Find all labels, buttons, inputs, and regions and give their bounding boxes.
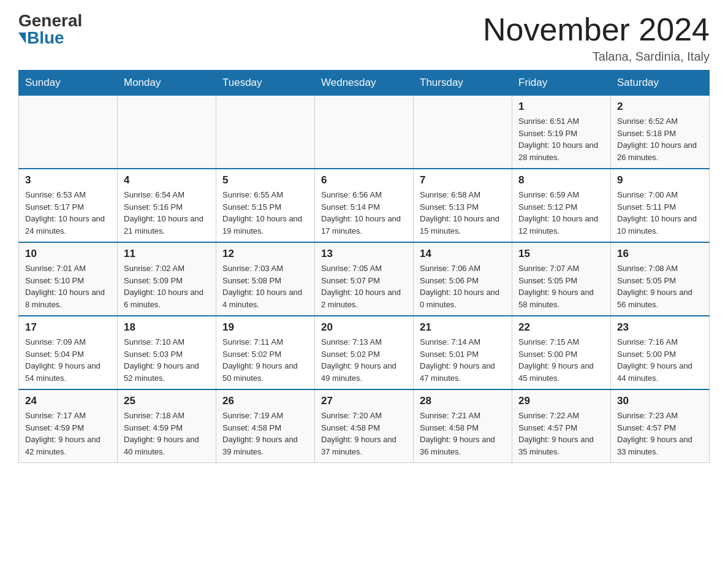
day-number: 14 <box>420 248 506 260</box>
day-info: Sunrise: 7:09 AMSunset: 5:04 PMDaylight:… <box>25 336 111 384</box>
day-number: 25 <box>124 395 210 407</box>
calendar-cell: 10Sunrise: 7:01 AMSunset: 5:10 PMDayligh… <box>19 242 118 316</box>
day-info: Sunrise: 6:52 AMSunset: 5:18 PMDaylight:… <box>617 115 703 163</box>
calendar-cell <box>414 96 512 169</box>
day-number: 11 <box>124 248 210 260</box>
day-info: Sunrise: 7:17 AMSunset: 4:59 PMDaylight:… <box>25 410 111 458</box>
calendar-week-row: 17Sunrise: 7:09 AMSunset: 5:04 PMDayligh… <box>19 316 710 389</box>
day-info: Sunrise: 7:18 AMSunset: 4:59 PMDaylight:… <box>124 410 210 458</box>
day-number: 21 <box>420 321 506 334</box>
day-number: 29 <box>518 395 604 407</box>
day-number: 16 <box>617 248 703 260</box>
day-info: Sunrise: 7:00 AMSunset: 5:11 PMDaylight:… <box>617 189 703 237</box>
day-info: Sunrise: 7:02 AMSunset: 5:09 PMDaylight:… <box>124 262 210 310</box>
day-info: Sunrise: 7:03 AMSunset: 5:08 PMDaylight:… <box>222 262 308 310</box>
day-info: Sunrise: 6:51 AMSunset: 5:19 PMDaylight:… <box>518 115 604 163</box>
day-info: Sunrise: 7:11 AMSunset: 5:02 PMDaylight:… <box>222 336 308 384</box>
day-info: Sunrise: 6:54 AMSunset: 5:16 PMDaylight:… <box>124 189 210 237</box>
calendar-cell: 18Sunrise: 7:10 AMSunset: 5:03 PMDayligh… <box>118 316 216 389</box>
calendar-week-row: 24Sunrise: 7:17 AMSunset: 4:59 PMDayligh… <box>19 389 710 463</box>
calendar-cell: 27Sunrise: 7:20 AMSunset: 4:58 PMDayligh… <box>315 389 414 463</box>
day-info: Sunrise: 7:01 AMSunset: 5:10 PMDaylight:… <box>25 262 111 310</box>
calendar-week-row: 10Sunrise: 7:01 AMSunset: 5:10 PMDayligh… <box>19 242 710 316</box>
day-info: Sunrise: 7:07 AMSunset: 5:05 PMDaylight:… <box>518 262 604 310</box>
calendar-cell: 16Sunrise: 7:08 AMSunset: 5:05 PMDayligh… <box>611 242 710 316</box>
day-number: 9 <box>617 174 703 186</box>
calendar-cell: 9Sunrise: 7:00 AMSunset: 5:11 PMDaylight… <box>611 169 710 242</box>
calendar-cell: 23Sunrise: 7:16 AMSunset: 5:00 PMDayligh… <box>611 316 710 389</box>
calendar-cell: 14Sunrise: 7:06 AMSunset: 5:06 PMDayligh… <box>414 242 512 316</box>
day-info: Sunrise: 7:19 AMSunset: 4:58 PMDaylight:… <box>222 410 308 458</box>
calendar-cell: 13Sunrise: 7:05 AMSunset: 5:07 PMDayligh… <box>315 242 414 316</box>
day-number: 28 <box>420 395 506 407</box>
calendar-cell: 28Sunrise: 7:21 AMSunset: 4:58 PMDayligh… <box>414 389 512 463</box>
day-number: 18 <box>124 321 210 334</box>
day-number: 19 <box>222 321 308 334</box>
day-number: 23 <box>617 321 703 334</box>
day-info: Sunrise: 6:59 AMSunset: 5:12 PMDaylight:… <box>518 189 604 237</box>
day-number: 7 <box>420 174 506 186</box>
calendar-cell: 19Sunrise: 7:11 AMSunset: 5:02 PMDayligh… <box>216 316 315 389</box>
day-info: Sunrise: 6:56 AMSunset: 5:14 PMDaylight:… <box>321 189 407 237</box>
location-title: Talana, Sardinia, Italy <box>483 50 710 64</box>
calendar-cell: 24Sunrise: 7:17 AMSunset: 4:59 PMDayligh… <box>19 389 118 463</box>
day-info: Sunrise: 7:15 AMSunset: 5:00 PMDaylight:… <box>518 336 604 384</box>
calendar-cell: 26Sunrise: 7:19 AMSunset: 4:58 PMDayligh… <box>216 389 315 463</box>
day-number: 8 <box>518 174 604 186</box>
month-title: November 2024 <box>483 12 710 47</box>
day-info: Sunrise: 7:20 AMSunset: 4:58 PMDaylight:… <box>321 410 407 458</box>
calendar-cell: 11Sunrise: 7:02 AMSunset: 5:09 PMDayligh… <box>118 242 216 316</box>
day-info: Sunrise: 6:55 AMSunset: 5:15 PMDaylight:… <box>222 189 308 237</box>
calendar-table: SundayMondayTuesdayWednesdayThursdayFrid… <box>18 70 710 463</box>
calendar-cell: 25Sunrise: 7:18 AMSunset: 4:59 PMDayligh… <box>118 389 216 463</box>
calendar-cell <box>315 96 414 169</box>
day-number: 10 <box>25 248 111 260</box>
day-info: Sunrise: 7:14 AMSunset: 5:01 PMDaylight:… <box>420 336 506 384</box>
day-info: Sunrise: 6:58 AMSunset: 5:13 PMDaylight:… <box>420 189 506 237</box>
calendar-cell: 20Sunrise: 7:13 AMSunset: 5:02 PMDayligh… <box>315 316 414 389</box>
weekday-header-wednesday: Wednesday <box>315 71 414 96</box>
logo-blue-text: Blue <box>18 29 64 47</box>
day-info: Sunrise: 7:23 AMSunset: 4:57 PMDaylight:… <box>617 410 703 458</box>
calendar-cell: 8Sunrise: 6:59 AMSunset: 5:12 PMDaylight… <box>512 169 611 242</box>
weekday-header-saturday: Saturday <box>611 71 710 96</box>
calendar-week-row: 1Sunrise: 6:51 AMSunset: 5:19 PMDaylight… <box>19 96 710 169</box>
day-number: 30 <box>617 395 703 407</box>
day-info: Sunrise: 7:10 AMSunset: 5:03 PMDaylight:… <box>124 336 210 384</box>
day-number: 12 <box>222 248 308 260</box>
calendar-cell: 1Sunrise: 6:51 AMSunset: 5:19 PMDaylight… <box>512 96 611 169</box>
weekday-header-friday: Friday <box>512 71 611 96</box>
day-number: 2 <box>617 101 703 113</box>
weekday-header-row: SundayMondayTuesdayWednesdayThursdayFrid… <box>19 71 710 96</box>
day-number: 3 <box>25 174 111 186</box>
calendar-cell: 4Sunrise: 6:54 AMSunset: 5:16 PMDaylight… <box>118 169 216 242</box>
title-block: November 2024 Talana, Sardinia, Italy <box>483 12 710 64</box>
weekday-header-thursday: Thursday <box>414 71 512 96</box>
weekday-header-tuesday: Tuesday <box>216 71 315 96</box>
calendar-cell <box>19 96 118 169</box>
day-number: 5 <box>222 174 308 186</box>
calendar-cell: 7Sunrise: 6:58 AMSunset: 5:13 PMDaylight… <box>414 169 512 242</box>
day-number: 4 <box>124 174 210 186</box>
calendar-cell: 21Sunrise: 7:14 AMSunset: 5:01 PMDayligh… <box>414 316 512 389</box>
day-info: Sunrise: 7:16 AMSunset: 5:00 PMDaylight:… <box>617 336 703 384</box>
calendar-cell: 12Sunrise: 7:03 AMSunset: 5:08 PMDayligh… <box>216 242 315 316</box>
weekday-header-sunday: Sunday <box>19 71 118 96</box>
calendar-cell: 6Sunrise: 6:56 AMSunset: 5:14 PMDaylight… <box>315 169 414 242</box>
logo: General Blue <box>18 12 82 47</box>
logo-general-text: General <box>18 12 82 29</box>
day-number: 17 <box>25 321 111 334</box>
day-number: 13 <box>321 248 407 260</box>
day-number: 20 <box>321 321 407 334</box>
day-info: Sunrise: 7:06 AMSunset: 5:06 PMDaylight:… <box>420 262 506 310</box>
day-info: Sunrise: 7:22 AMSunset: 4:57 PMDaylight:… <box>518 410 604 458</box>
day-info: Sunrise: 7:08 AMSunset: 5:05 PMDaylight:… <box>617 262 703 310</box>
calendar-cell: 30Sunrise: 7:23 AMSunset: 4:57 PMDayligh… <box>611 389 710 463</box>
day-info: Sunrise: 7:21 AMSunset: 4:58 PMDaylight:… <box>420 410 506 458</box>
weekday-header-monday: Monday <box>118 71 216 96</box>
calendar-cell: 3Sunrise: 6:53 AMSunset: 5:17 PMDaylight… <box>19 169 118 242</box>
page-header: General Blue November 2024 Talana, Sardi… <box>18 12 710 64</box>
calendar-cell: 22Sunrise: 7:15 AMSunset: 5:00 PMDayligh… <box>512 316 611 389</box>
day-info: Sunrise: 7:05 AMSunset: 5:07 PMDaylight:… <box>321 262 407 310</box>
calendar-cell: 5Sunrise: 6:55 AMSunset: 5:15 PMDaylight… <box>216 169 315 242</box>
